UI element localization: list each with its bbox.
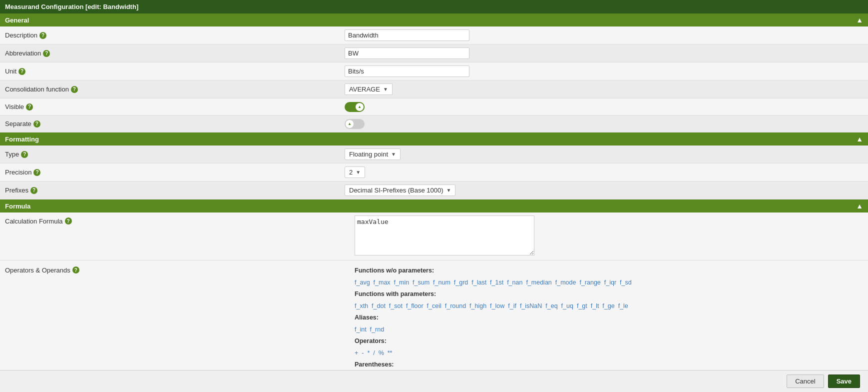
func-f_iqr[interactable]: f_iqr <box>604 279 616 286</box>
description-help-icon[interactable]: ? <box>39 32 46 39</box>
separate-help-icon[interactable]: ? <box>33 120 40 128</box>
formula-label: Formula <box>5 202 30 210</box>
functions-with-params-items: f_xth f_dot f_sot f_floor f_ceil f_round… <box>355 300 863 312</box>
visible-help-icon[interactable]: ? <box>26 104 33 110</box>
calculation-formula-row: Calculation Formula ? maxValue <box>0 212 868 260</box>
precision-arrow-icon: ▼ <box>356 170 361 175</box>
func-f_low[interactable]: f_low <box>490 302 504 310</box>
visible-toggle-icon: ▲ <box>358 104 362 109</box>
func-f_median[interactable]: f_median <box>526 279 551 286</box>
func-f_floor[interactable]: f_floor <box>406 302 424 310</box>
func-f_lt[interactable]: f_lt <box>591 302 599 310</box>
formula-textarea[interactable]: maxValue <box>355 216 534 256</box>
formula-collapse-icon[interactable]: ▲ <box>856 202 863 210</box>
func-f_nan[interactable]: f_nan <box>507 279 522 286</box>
prefixes-arrow-icon: ▼ <box>446 188 451 193</box>
aliases-row: Aliases: <box>355 312 863 324</box>
func-f_ceil[interactable]: f_ceil <box>427 302 441 310</box>
parentheses-row: Parentheses: <box>355 359 863 370</box>
abbreviation-input[interactable] <box>345 48 469 59</box>
func-f_sd[interactable]: f_sd <box>620 279 632 286</box>
func-f_grd[interactable]: f_grd <box>454 279 468 286</box>
func-f_num[interactable]: f_num <box>433 279 450 286</box>
description-label: Description ? <box>5 32 345 39</box>
prefixes-dropdown[interactable]: Decimal SI-Prefixes (Base 1000) ▼ <box>345 184 455 196</box>
precision-value: 2 <box>349 168 353 176</box>
save-button[interactable]: Save <box>828 374 860 388</box>
unit-help-icon[interactable]: ? <box>18 68 25 75</box>
formatting-collapse-icon[interactable]: ▲ <box>856 135 863 143</box>
precision-dropdown[interactable]: 2 ▼ <box>345 166 365 178</box>
precision-row: Precision ? 2 ▼ <box>0 164 868 182</box>
func-f_ge[interactable]: f_ge <box>602 302 614 310</box>
functions-no-params-label: Functions w/o parameters: <box>355 267 434 274</box>
func-f_avg[interactable]: f_avg <box>355 279 370 286</box>
consolidation-label: Consolidation function ? <box>5 86 345 93</box>
alias-f_rnd[interactable]: f_rnd <box>370 326 385 333</box>
func-f_round[interactable]: f_round <box>445 302 466 310</box>
separate-row: Separate ? ▲ <box>0 116 868 132</box>
func-f_high[interactable]: f_high <box>469 302 486 310</box>
func-f_uq[interactable]: f_uq <box>561 302 573 310</box>
op-multiply[interactable]: * <box>367 350 370 356</box>
visible-toggle[interactable]: ▲ <box>345 102 365 112</box>
visible-row: Visible ? ▲ <box>0 98 868 116</box>
separate-knob: ▲ <box>346 120 354 128</box>
consolidation-help-icon[interactable]: ? <box>71 86 78 93</box>
func-f_le[interactable]: f_le <box>618 302 628 310</box>
func-f_gt[interactable]: f_gt <box>577 302 587 310</box>
op-power[interactable]: ** <box>388 350 393 356</box>
consolidation-dropdown[interactable]: AVERAGE ▼ <box>345 84 393 95</box>
func-f_xth[interactable]: f_xth <box>355 302 368 310</box>
unit-row: Unit ? <box>0 62 868 80</box>
op-modulo[interactable]: % <box>379 350 384 356</box>
cancel-button[interactable]: Cancel <box>787 374 824 388</box>
aliases-label: Aliases: <box>355 314 379 321</box>
func-f_eq[interactable]: f_eq <box>545 302 557 310</box>
func-f_range[interactable]: f_range <box>579 279 600 286</box>
precision-label: Precision ? <box>5 168 345 176</box>
calculation-formula-help-icon[interactable]: ? <box>65 218 72 224</box>
description-input[interactable] <box>345 30 469 41</box>
type-help-icon[interactable]: ? <box>21 151 28 158</box>
func-f_max[interactable]: f_max <box>374 279 391 286</box>
func-f_dot[interactable]: f_dot <box>372 302 386 310</box>
operators-label: Operators: <box>355 338 387 344</box>
general-collapse-icon[interactable]: ▲ <box>856 16 863 24</box>
abbreviation-row: Abbreviation ? <box>0 44 868 62</box>
formatting-section-header: Formatting ▲ <box>0 132 868 146</box>
title-bar: Measurand Configuration [edit: Bandwidth… <box>0 0 868 14</box>
precision-help-icon[interactable]: ? <box>33 169 40 176</box>
separate-toggle[interactable]: ▲ <box>345 119 365 129</box>
alias-f_int[interactable]: f_int <box>355 326 367 333</box>
op-plus[interactable]: + <box>355 350 358 356</box>
calculation-formula-label: Calculation Formula ? <box>5 216 345 257</box>
func-f_mode[interactable]: f_mode <box>555 279 576 286</box>
func-f_sum[interactable]: f_sum <box>413 279 430 286</box>
func-f_if[interactable]: f_if <box>508 302 516 310</box>
consolidation-arrow-icon: ▼ <box>383 86 388 92</box>
func-f_sot[interactable]: f_sot <box>389 302 403 310</box>
abbreviation-help-icon[interactable]: ? <box>43 50 50 57</box>
op-minus[interactable]: - <box>362 350 364 356</box>
type-value: Floating point <box>349 150 388 158</box>
visible-knob: ▲ <box>356 103 364 111</box>
type-row: Type ? Floating point ▼ <box>0 146 868 164</box>
func-f_min[interactable]: f_min <box>394 279 410 286</box>
op-divide[interactable]: / <box>373 350 375 356</box>
func-f_isNaN[interactable]: f_isNaN <box>520 302 542 310</box>
separate-label: Separate ? <box>5 120 345 128</box>
description-row: Description ? <box>0 26 868 44</box>
func-f_1st[interactable]: f_1st <box>490 279 503 286</box>
abbreviation-label: Abbreviation ? <box>5 50 345 57</box>
consolidation-row: Consolidation function ? AVERAGE ▼ <box>0 80 868 98</box>
type-dropdown[interactable]: Floating point ▼ <box>345 148 401 160</box>
prefixes-help-icon[interactable]: ? <box>30 187 37 194</box>
operands-help-icon[interactable]: ? <box>72 266 79 274</box>
func-f_last[interactable]: f_last <box>471 279 486 286</box>
prefixes-value: Decimal SI-Prefixes (Base 1000) <box>349 186 443 194</box>
unit-label: Unit ? <box>5 68 345 75</box>
title-text: Measurand Configuration [edit: Bandwidth… <box>5 3 138 10</box>
unit-input[interactable] <box>345 66 469 77</box>
functions-no-params-row: Functions w/o parameters: <box>355 265 863 276</box>
